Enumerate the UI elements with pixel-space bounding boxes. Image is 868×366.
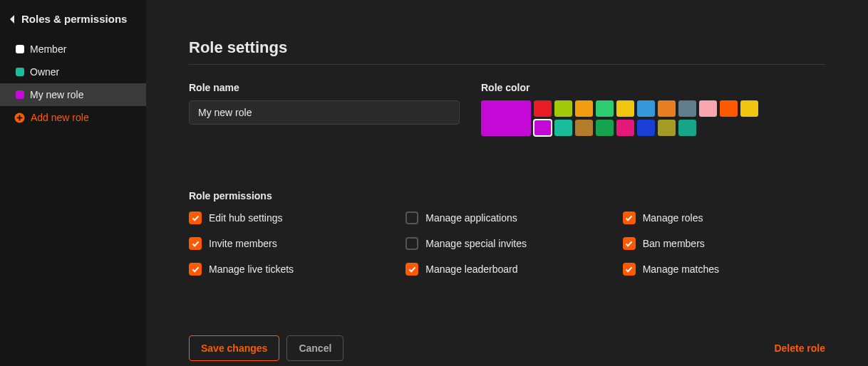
permission-label: Edit hub settings: [209, 212, 283, 224]
sidebar-role-item[interactable]: Owner: [0, 61, 146, 83]
color-swatch[interactable]: [720, 100, 738, 117]
color-swatch[interactable]: [554, 100, 572, 117]
main-panel: Role settings Role name Role color Role …: [146, 0, 868, 366]
permission-item: Ban members: [623, 237, 825, 250]
role-color-label: Role color: [481, 82, 825, 93]
color-swatch[interactable]: [554, 120, 572, 136]
permission-checkbox[interactable]: [189, 237, 202, 250]
check-icon: [408, 266, 416, 273]
permission-label: Invite members: [209, 238, 277, 249]
plus-circle-icon: [14, 113, 25, 123]
color-swatch[interactable]: [596, 120, 614, 136]
add-role-label: Add new role: [31, 112, 89, 123]
cancel-button[interactable]: Cancel: [286, 335, 343, 361]
permissions-grid: Edit hub settingsManage applicationsMana…: [189, 211, 825, 276]
permission-checkbox[interactable]: [405, 211, 418, 224]
delete-role-link[interactable]: Delete role: [774, 343, 825, 354]
permission-checkbox[interactable]: [189, 211, 202, 224]
permission-item: Manage matches: [623, 263, 825, 276]
sidebar: Roles & permissions MemberOwnerMy new ro…: [0, 0, 146, 366]
permission-checkbox[interactable]: [405, 237, 418, 250]
permission-label: Ban members: [643, 238, 705, 249]
footer: Save changes Cancel Delete role: [189, 335, 825, 361]
permission-label: Manage matches: [643, 263, 719, 275]
add-new-role-button[interactable]: Add new role: [0, 106, 146, 129]
permission-item: Invite members: [189, 237, 391, 250]
check-icon: [625, 241, 633, 247]
permission-checkbox[interactable]: [623, 237, 636, 250]
color-swatch[interactable]: [658, 100, 676, 117]
role-item-label: Owner: [30, 66, 59, 78]
role-name-label: Role name: [189, 82, 460, 93]
check-icon: [625, 215, 633, 221]
selected-color-swatch: [481, 100, 531, 136]
permission-item: Manage live tickets: [189, 263, 391, 276]
permission-item: Manage leaderboard: [405, 263, 608, 276]
role-color-field: Role color: [481, 82, 825, 136]
role-color-dot: [16, 90, 24, 99]
color-swatch[interactable]: [534, 100, 552, 117]
permission-label: Manage leaderboard: [425, 263, 517, 275]
permissions-title: Role permissions: [189, 190, 825, 202]
permission-item: Manage roles: [623, 211, 825, 224]
permission-checkbox[interactable]: [405, 263, 418, 276]
check-icon: [192, 241, 200, 247]
check-icon: [192, 215, 200, 221]
permissions-section: Role permissions Edit hub settingsManage…: [189, 190, 825, 276]
role-item-label: My new role: [30, 89, 83, 100]
permission-item: Manage applications: [405, 211, 608, 224]
sidebar-title: Roles & permissions: [21, 13, 127, 25]
color-swatch[interactable]: [575, 120, 593, 136]
save-button[interactable]: Save changes: [189, 335, 279, 361]
permission-checkbox[interactable]: [623, 211, 636, 224]
color-swatch[interactable]: [596, 100, 614, 117]
role-item-label: Member: [30, 43, 66, 55]
svg-rect-2: [17, 117, 23, 118]
sidebar-header[interactable]: Roles & permissions: [0, 13, 146, 38]
role-list: MemberOwnerMy new role: [0, 38, 146, 106]
color-swatch[interactable]: [637, 120, 655, 136]
color-swatch[interactable]: [575, 100, 593, 117]
permission-item: Edit hub settings: [189, 211, 391, 224]
role-color-dot: [16, 45, 24, 53]
color-swatch[interactable]: [678, 120, 696, 136]
page-title: Role settings: [189, 38, 825, 57]
check-icon: [192, 266, 200, 273]
color-swatch[interactable]: [637, 100, 655, 117]
role-name-field: Role name: [189, 82, 460, 136]
color-swatch[interactable]: [616, 120, 634, 136]
divider: [189, 64, 825, 65]
permission-checkbox[interactable]: [189, 263, 202, 276]
settings-row: Role name Role color: [189, 82, 825, 136]
permission-label: Manage special invites: [425, 238, 527, 249]
role-color-dot: [16, 68, 24, 76]
color-swatch[interactable]: [658, 120, 676, 136]
sidebar-role-item[interactable]: Member: [0, 38, 146, 61]
color-swatch[interactable]: [616, 100, 634, 117]
color-swatch[interactable]: [740, 100, 758, 117]
color-swatch[interactable]: [534, 120, 552, 136]
color-swatch[interactable]: [699, 100, 717, 117]
color-swatch-grid: [534, 100, 758, 136]
permission-checkbox[interactable]: [623, 263, 636, 276]
permission-label: Manage applications: [425, 212, 517, 224]
permission-label: Manage live tickets: [209, 263, 294, 275]
check-icon: [625, 266, 633, 273]
back-icon: [9, 14, 16, 24]
permission-item: Manage special invites: [405, 237, 608, 250]
color-swatch[interactable]: [678, 100, 696, 117]
permission-label: Manage roles: [643, 212, 703, 224]
color-picker: [481, 100, 825, 136]
role-name-input[interactable]: [189, 100, 460, 125]
sidebar-role-item[interactable]: My new role: [0, 83, 146, 106]
